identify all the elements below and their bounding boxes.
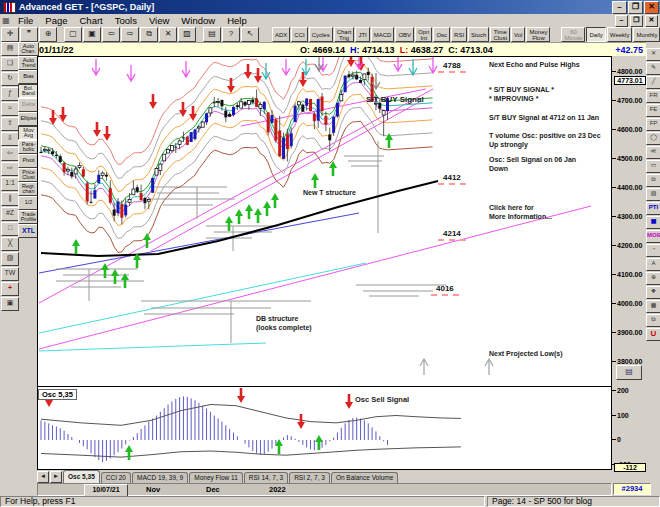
duplicate-icon[interactable]: ⧉ — [646, 314, 660, 327]
minimize-button[interactable]: – — [612, 1, 627, 14]
period-monthly[interactable]: Monthly — [633, 27, 660, 42]
oscillator-pane[interactable] — [37, 387, 612, 470]
snap-grid-icon[interactable]: ▩ — [646, 300, 660, 313]
tool-1-2[interactable]: 1/2 — [18, 196, 39, 210]
date-scrollbar[interactable]: 10/07/21 NovDec2022 — [37, 483, 612, 496]
page-group-icon[interactable]: ❏ — [1, 57, 19, 71]
tab-scroll-right[interactable]: ► — [50, 471, 62, 483]
tool-bias[interactable]: Bias — [18, 70, 39, 84]
close-button[interactable]: ✕ — [644, 1, 659, 14]
tab-osc-5-35[interactable]: Osc 5,35 — [63, 470, 100, 483]
gann-grid-icon[interactable]: ▨ — [1, 252, 19, 266]
restore-button[interactable]: ❐ — [628, 1, 643, 14]
compress-icon[interactable]: ∥ — [1, 192, 19, 206]
forward-icon[interactable]: ⇨ — [121, 27, 139, 42]
tab-scroll-left[interactable]: ◄ — [37, 471, 49, 483]
study-osc[interactable]: Osc — [433, 27, 450, 42]
study-adx[interactable]: ADX — [272, 27, 290, 42]
gann-angles-icon[interactable]: ≪ — [646, 146, 660, 159]
fib-retracement-icon[interactable]: FR — [646, 90, 660, 103]
tool-trade-profile[interactable]: Trade Profile — [18, 210, 39, 224]
quote-window-icon[interactable]: ❞ — [20, 27, 38, 42]
key-help-icon[interactable]: ? — [222, 27, 240, 42]
context-help-icon[interactable]: ↖ — [241, 27, 259, 42]
print-icon[interactable]: ▤ — [203, 27, 221, 42]
tool-regr-chan[interactable]: Regr. chan — [18, 182, 39, 196]
tab-rsi-14-7-3[interactable]: RSI 14, 7, 3 — [244, 472, 288, 483]
box-select-icon[interactable]: □ — [1, 222, 19, 236]
study-time-clust[interactable]: Time Clust — [490, 27, 510, 42]
study-macd[interactable]: MACD — [371, 27, 395, 42]
tool-delta[interactable]: Delta — [18, 98, 39, 112]
tool-auto-chan-[interactable]: Auto Chan. — [18, 42, 39, 56]
menu-tools[interactable]: Tools — [109, 14, 143, 27]
period-daily[interactable]: Daily — [586, 27, 605, 42]
pointer-icon[interactable]: ✛ — [1, 27, 19, 42]
text-label-icon[interactable]: A — [646, 258, 660, 271]
tab-macd-19-39-9[interactable]: MACD 19, 39, 9 — [132, 472, 188, 483]
tool-price-clust[interactable]: Price Clust — [18, 168, 39, 182]
tool-bol-band[interactable]: Bol. Band — [18, 84, 39, 98]
palette-icon[interactable]: ❖ — [646, 286, 660, 299]
tool-ellipse[interactable]: Ellipse — [18, 112, 39, 126]
study-opn-int[interactable]: Opn Int — [415, 27, 432, 42]
ellipse-icon[interactable]: ◯ — [646, 132, 660, 145]
time-clock-icon[interactable]: ◔ — [646, 244, 660, 257]
child-minimize-button[interactable]: – — [615, 15, 628, 27]
tab-money-flow-11[interactable]: Money Flow 11 — [189, 472, 243, 483]
study-vol[interactable]: Vol — [511, 27, 525, 42]
undo-icon[interactable]: U — [646, 328, 660, 341]
study-cci[interactable]: CCI — [291, 27, 307, 42]
tool-para-bolic[interactable]: Para- bolic — [18, 140, 39, 154]
delete-icon[interactable]: ✕ — [159, 27, 177, 42]
regression-channel-icon[interactable]: ▨ — [646, 188, 660, 201]
copy-page-icon[interactable]: ⧉ — [140, 27, 158, 42]
elliott-wave-icon[interactable]: ≈ — [1, 102, 19, 116]
tab-cci-20[interactable]: CCI 20 — [101, 472, 131, 483]
lines-icon[interactable]: ╳ — [1, 237, 19, 251]
study-jti[interactable]: JTI — [355, 27, 369, 42]
click-here-link[interactable]: Click here for More Information... — [489, 203, 552, 222]
tab-on-balance-volume[interactable]: On Balance Volume — [331, 472, 398, 483]
menu-chart[interactable]: Chart — [74, 14, 109, 27]
scroll-left-icon[interactable]: ⇦ — [1, 147, 19, 161]
copy-study-icon[interactable]: ⧉ — [646, 174, 660, 187]
tool-mov-avg[interactable]: Mov Avg — [18, 126, 39, 140]
mob-icon[interactable]: MOB — [646, 230, 660, 243]
menu-file[interactable]: File — [12, 14, 39, 27]
tw-icon[interactable]: TW — [1, 267, 19, 281]
new-page-icon[interactable]: ▢ — [64, 27, 82, 42]
study-money-flow[interactable]: Money Flow — [526, 27, 550, 42]
tool-xtl[interactable]: XTL — [18, 224, 39, 238]
log-scale-icon[interactable]: #Z — [1, 207, 19, 221]
study-stoch[interactable]: Stoch — [468, 27, 489, 42]
study-rsi[interactable]: RSI — [451, 27, 467, 42]
child-restore-button[interactable]: ❐ — [630, 15, 643, 27]
tool-pivot[interactable]: Pivot — [18, 154, 39, 168]
lock-page-icon[interactable]: ▣ — [83, 27, 101, 42]
one-to-one-icon[interactable]: 1:1 — [1, 177, 19, 191]
scroll-up-icon[interactable]: ⇧ — [1, 117, 19, 131]
back-icon[interactable]: ⇦ — [102, 27, 120, 42]
menu-view[interactable]: View — [143, 14, 175, 27]
auto-rest-icon[interactable]: ↻ — [1, 72, 19, 86]
period-weekly[interactable]: Weekly — [607, 27, 633, 42]
axis-settings-icon[interactable]: ▤ — [616, 365, 642, 380]
delete-line-icon[interactable]: + — [1, 282, 19, 296]
tab-rsi-2-7-3[interactable]: RSI 2, 7, 3 — [289, 472, 330, 483]
close-tool-icon[interactable]: ✕ — [646, 48, 660, 61]
trendline-icon[interactable]: ╱ — [646, 76, 660, 89]
child-close-button[interactable]: ✕ — [645, 15, 658, 27]
menu-help[interactable]: Help — [221, 14, 253, 27]
menu-page[interactable]: Page — [39, 14, 73, 27]
scroll-down-icon[interactable]: ⇩ — [1, 132, 19, 146]
fib-extension-icon[interactable]: FE — [646, 104, 660, 117]
period-60-minute[interactable]: 60 Minute — [561, 27, 585, 42]
menu-window[interactable]: Window — [175, 14, 221, 27]
child-window-icon[interactable]: ▦ — [0, 16, 12, 25]
fib-projection-icon[interactable]: FP — [646, 118, 660, 131]
chart-settings-icon[interactable]: ▣ — [1, 297, 19, 311]
tool-auto-trend[interactable]: Auto Trend — [18, 56, 39, 70]
pencil-icon[interactable]: ✎ — [646, 62, 660, 75]
open-chart-icon[interactable]: ▤ — [1, 42, 19, 56]
